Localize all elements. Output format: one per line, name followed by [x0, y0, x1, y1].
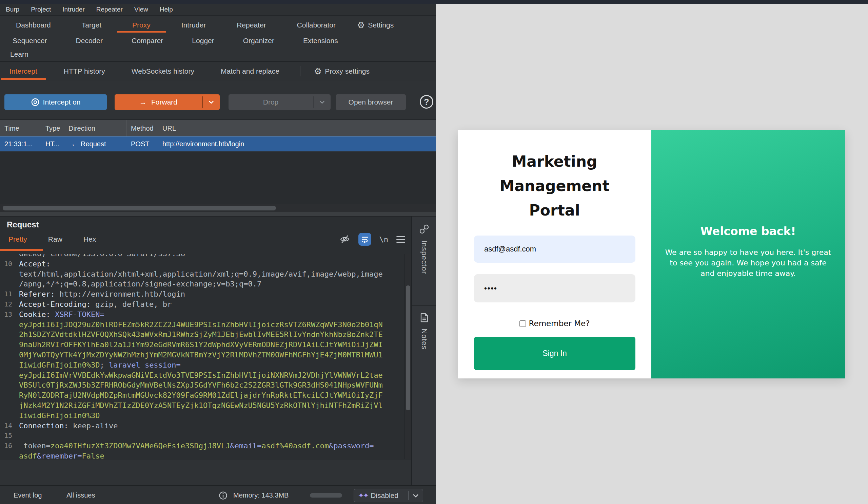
editor-row: 15	[0, 431, 411, 441]
ai-status-button[interactable]: ✦✦ Disabled	[354, 489, 423, 502]
memory-usage: Memory: 143.3MB	[233, 486, 289, 504]
tab-organizer[interactable]: Organizer	[243, 37, 274, 45]
ai-dropdown-chevron[interactable]	[409, 494, 423, 497]
subtab-match-and-replace[interactable]: Match and replace	[221, 67, 279, 75]
intercept-table: Time Type Direction Method URL 21:33:1..…	[0, 120, 436, 212]
editor-row: IiwidGFnIjoiIn0%3D	[0, 411, 411, 421]
horizontal-scrollbar[interactable]	[0, 204, 436, 212]
tab-hex[interactable]: Hex	[83, 235, 96, 243]
tab-sequencer[interactable]: Sequencer	[12, 37, 47, 45]
forward-dropdown-chevron[interactable]	[203, 100, 220, 104]
window-top-strip	[0, 0, 868, 4]
tab-dashboard[interactable]: Dashboard	[16, 21, 51, 29]
request-panel: Request Pretty Raw Hex \n Gecko) C	[0, 216, 411, 460]
main-tabs-row-2: Sequencer Decoder Comparer Logger Organi…	[0, 34, 338, 48]
editor-toolbar-icons: \n	[339, 233, 405, 246]
remember-me-label: Remember Me?	[529, 319, 590, 328]
screen: Burp Project Intruder Repeater View Help…	[0, 0, 868, 504]
tab-collaborator[interactable]: Collaborator	[297, 21, 336, 29]
tab-pretty[interactable]: Pretty	[9, 235, 27, 243]
tab-notes[interactable]: Notes	[412, 312, 436, 350]
notes-label: Notes	[420, 329, 428, 350]
menu-view[interactable]: View	[134, 6, 148, 13]
forward-button[interactable]: → Forward	[115, 94, 220, 110]
panel-splitter[interactable]	[0, 212, 436, 216]
editor-row: jNzk4M2Y1N2RiZGFiMDVhZTIzZDE0YzA5NTEyZjk…	[0, 401, 411, 411]
sign-in-button[interactable]: Sign In	[474, 337, 636, 370]
help-icon[interactable]: ?	[420, 95, 433, 109]
gutter-divider	[19, 254, 19, 459]
open-browser-button[interactable]: Open browser	[336, 94, 406, 110]
request-view-tabs: Pretty Raw Hex	[9, 235, 96, 243]
all-issues-button[interactable]: All issues	[66, 486, 95, 504]
notes-icon	[419, 312, 430, 323]
proxy-settings-label: Proxy settings	[325, 67, 370, 75]
tab-learn[interactable]: Learn	[10, 50, 29, 58]
editor-menu-icon[interactable]	[396, 236, 405, 243]
column-type[interactable]: Type	[41, 120, 64, 137]
editor-row: /apng,*/*;q=0.8,application/signed-excha…	[0, 279, 411, 289]
tab-target[interactable]: Target	[82, 21, 101, 29]
editor-row: 10Accept:	[0, 259, 411, 269]
menu-intruder[interactable]: Intruder	[62, 6, 84, 13]
row-url: http://environment.htb/login	[158, 137, 436, 151]
horizontal-scrollbar-thumb[interactable]	[3, 206, 276, 210]
help-glyph: ?	[424, 97, 429, 107]
column-method[interactable]: Method	[126, 120, 158, 137]
tab-decoder[interactable]: Decoder	[76, 37, 103, 45]
main-tabs-row-1: Dashboard Target Proxy Intruder Repeater…	[0, 18, 394, 33]
editor-row: RyN0lZODRTajU2NVdpMDZpRmtmMGUvck82Y09FaG…	[0, 390, 411, 401]
table-header: Time Type Direction Method URL	[0, 120, 436, 137]
subtab-intercept[interactable]: Intercept	[10, 67, 37, 75]
tab-raw[interactable]: Raw	[48, 235, 62, 243]
editor-row: 11Referer: http://environment.htb/login	[0, 289, 411, 299]
menu-help[interactable]: Help	[160, 6, 173, 13]
page-title: Marketing Management Portal	[488, 149, 621, 223]
tab-intruder[interactable]: Intruder	[182, 21, 206, 29]
hide-eye-icon[interactable]	[339, 234, 350, 245]
menu-burp[interactable]: Burp	[6, 6, 19, 13]
menu-project[interactable]: Project	[31, 6, 51, 13]
direction-label: Request	[81, 140, 106, 148]
tab-comparer[interactable]: Comparer	[132, 37, 163, 45]
tab-logger[interactable]: Logger	[192, 37, 214, 45]
tab-repeater[interactable]: Repeater	[237, 21, 266, 29]
row-type: HT...	[41, 137, 64, 151]
editor-row: asdf&remember=False	[0, 451, 411, 459]
word-wrap-icon[interactable]	[358, 233, 371, 246]
show-linebreaks-icon[interactable]: \n	[380, 235, 389, 244]
password-field[interactable]	[474, 274, 636, 302]
inspector-label: Inspector	[420, 240, 428, 274]
table-row[interactable]: 21:33:1... HT... → Request POST http://e…	[0, 137, 436, 151]
request-editor[interactable]: Gecko) Chrome/133.0.0.0 Safari/537.3610A…	[0, 254, 411, 459]
remember-me-checkbox[interactable]	[519, 320, 526, 327]
menu-repeater[interactable]: Repeater	[96, 6, 123, 13]
editor-vertical-scrollbar[interactable]	[404, 254, 411, 459]
column-url[interactable]: URL	[158, 120, 436, 137]
intercept-toggle-button[interactable]: Intercept on	[4, 94, 107, 110]
tab-extensions[interactable]: Extensions	[303, 37, 338, 45]
row-time: 21:33:1...	[0, 137, 41, 151]
drop-dropdown-chevron[interactable]	[314, 100, 331, 104]
tab-proxy[interactable]: Proxy	[132, 21, 151, 29]
status-bar: Event log All issues Memory: 143.3MB ✦✦ …	[0, 485, 436, 504]
subtab-proxy-settings[interactable]: ⚙ Proxy settings	[314, 67, 370, 76]
editor-row: IiwidGFnIjoiIn0%3D; laravel_session=	[0, 360, 411, 370]
editor-row: eyJpdiI6ImVrVVBEdkYwWkpwaGNiVExtdVo3TVE9…	[0, 370, 411, 381]
editor-row: 2h1SDZYZVdtdklHZVFOQXhSQk43aWVxRmJ1RWhzS…	[0, 330, 411, 340]
column-time[interactable]: Time	[0, 120, 41, 137]
subtab-websockets-history[interactable]: WebSockets history	[132, 67, 194, 75]
drop-button[interactable]: Drop	[228, 94, 331, 110]
tab-inspector[interactable]: Inspector	[412, 223, 436, 301]
email-field[interactable]	[474, 235, 636, 263]
column-direction[interactable]: Direction	[64, 120, 126, 137]
remember-me-row: Remember Me?	[458, 319, 651, 328]
event-log-button[interactable]: Event log	[13, 486, 42, 504]
editor-lines: Gecko) Chrome/133.0.0.0 Safari/537.3610A…	[0, 254, 411, 459]
subtab-http-history[interactable]: HTTP history	[64, 67, 105, 75]
editor-vertical-scrollbar-thumb[interactable]	[406, 285, 410, 410]
editor-row: 14Connection: keep-alive	[0, 421, 411, 431]
tab-settings[interactable]: ⚙ Settings	[357, 21, 394, 30]
sparkles-icon: ✦✦	[354, 492, 371, 500]
browser-page: Marketing Management Portal Remember Me?…	[436, 4, 868, 504]
